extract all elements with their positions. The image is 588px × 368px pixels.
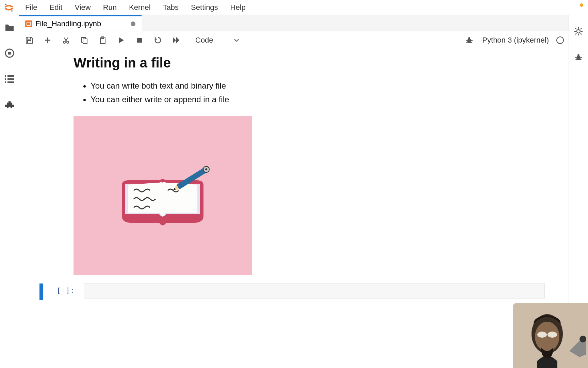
svg-point-21 xyxy=(467,39,471,43)
code-cell[interactable]: [ ]: xyxy=(39,283,548,300)
tab-title: File_Handling.ipynb xyxy=(35,19,101,28)
svg-line-25 xyxy=(466,42,468,43)
active-cell-indicator xyxy=(39,283,43,300)
tab-file-handling[interactable]: File_Handling.ipynb xyxy=(19,15,142,31)
add-cell-button[interactable] xyxy=(42,35,53,46)
svg-rect-9 xyxy=(7,81,14,83)
menu-help[interactable]: Help xyxy=(224,1,252,14)
svg-rect-8 xyxy=(5,81,6,83)
run-button[interactable] xyxy=(116,35,127,46)
left-sidebar xyxy=(0,15,19,368)
menu-kernel[interactable]: Kernel xyxy=(123,1,157,14)
svg-point-33 xyxy=(576,56,581,60)
list-item: You can either write or append in a file xyxy=(91,93,548,106)
tabbar: File_Handling.ipynb xyxy=(19,15,569,31)
menu-tabs[interactable]: Tabs xyxy=(157,1,185,14)
markdown-heading: Writing in a file xyxy=(74,55,548,71)
paste-button[interactable] xyxy=(97,35,108,46)
kernel-switcher[interactable]: Python 3 (ipykernel) xyxy=(482,36,549,45)
run-all-button[interactable] xyxy=(171,35,182,46)
restart-button[interactable] xyxy=(152,35,163,46)
svg-line-36 xyxy=(581,57,582,58)
running-sessions-icon[interactable] xyxy=(3,47,16,59)
svg-point-34 xyxy=(577,54,579,56)
webcam-overlay xyxy=(513,303,588,368)
toolbar: Code Python 3 (ipykernel) xyxy=(19,31,569,49)
copy-button[interactable] xyxy=(79,35,90,46)
toc-icon[interactable] xyxy=(3,73,16,85)
debugger-sidebar-icon[interactable] xyxy=(572,51,585,63)
window-modified-dot xyxy=(580,3,583,7)
notebook-icon xyxy=(25,20,32,27)
kernel-status-idle-icon[interactable] xyxy=(556,36,564,44)
debugger-button[interactable] xyxy=(464,35,475,46)
notebook-writing-illustration xyxy=(112,151,214,240)
markdown-cell[interactable]: Writing in a file You can write both tex… xyxy=(39,55,548,275)
file-browser-icon[interactable] xyxy=(3,21,16,33)
svg-rect-3 xyxy=(8,52,11,55)
svg-line-35 xyxy=(575,57,576,58)
property-inspector-icon[interactable] xyxy=(572,25,585,37)
svg-point-1 xyxy=(11,10,13,11)
svg-line-38 xyxy=(580,59,582,60)
svg-point-32 xyxy=(577,30,580,33)
cut-button[interactable] xyxy=(61,35,71,46)
cell-prompt: [ ]: xyxy=(56,283,84,295)
svg-point-45 xyxy=(579,336,586,342)
svg-rect-6 xyxy=(5,78,6,80)
svg-line-24 xyxy=(471,40,473,41)
notebook-area[interactable]: Writing in a file You can write both tex… xyxy=(19,49,569,368)
svg-point-42 xyxy=(537,332,547,338)
svg-rect-20 xyxy=(137,38,142,43)
menu-settings[interactable]: Settings xyxy=(185,1,224,14)
markdown-image xyxy=(74,116,252,275)
svg-point-43 xyxy=(548,332,557,338)
svg-rect-17 xyxy=(83,39,87,44)
menu-file[interactable]: File xyxy=(19,1,43,14)
markdown-list: You can write both text and binary file … xyxy=(91,79,548,106)
code-input[interactable] xyxy=(84,283,545,298)
menu-view[interactable]: View xyxy=(68,1,97,14)
svg-point-0 xyxy=(5,3,6,5)
menu-edit[interactable]: Edit xyxy=(43,1,68,14)
svg-rect-7 xyxy=(7,78,14,80)
menu-run[interactable]: Run xyxy=(97,1,123,14)
menubar: File Edit View Run Kernel Tabs Settings … xyxy=(0,0,588,15)
svg-point-22 xyxy=(468,37,470,39)
cell-type-selector[interactable]: Code xyxy=(193,36,242,45)
svg-line-26 xyxy=(471,42,472,43)
svg-rect-4 xyxy=(5,75,6,77)
jupyter-logo[interactable] xyxy=(3,1,15,14)
stop-button[interactable] xyxy=(134,35,145,46)
extensions-icon[interactable] xyxy=(3,99,16,111)
chevron-down-icon xyxy=(234,39,239,42)
svg-line-23 xyxy=(466,40,467,41)
list-item: You can write both text and binary file xyxy=(91,79,548,92)
svg-rect-5 xyxy=(7,75,14,77)
cell-type-label: Code xyxy=(195,36,213,45)
save-button[interactable] xyxy=(24,35,35,46)
svg-line-37 xyxy=(575,59,577,60)
tab-unsaved-indicator[interactable] xyxy=(131,21,135,26)
